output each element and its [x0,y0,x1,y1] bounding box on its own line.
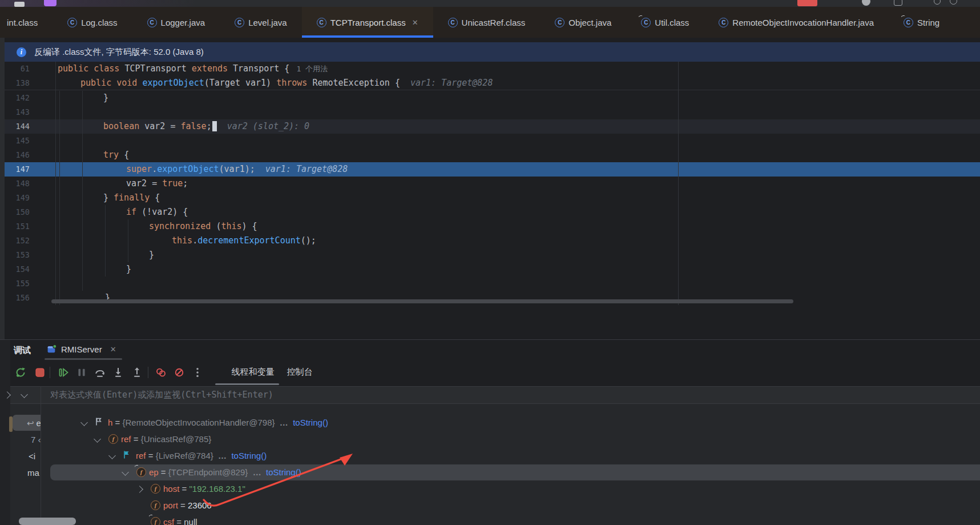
tab-label: Object.java [568,18,611,27]
code-line-144[interactable]: 144boolean var2 = false;var2 (slot_2): 0 [0,119,980,134]
code-line-153[interactable]: 153} [0,248,980,262]
variable-row-csf[interactable]: fcsf = null [0,515,980,525]
variable-row-port[interactable]: fport = 23606 [0,498,980,513]
sticky-lines-separator [5,90,980,90]
tree-collapse-chevron[interactable] [108,452,116,459]
active-tab-underline [302,35,433,38]
code-line-151[interactable]: 151synchronized (this) { [0,219,980,234]
more-options-button[interactable] [191,366,204,379]
code-line-147[interactable]: 147super.exportObject(var1);var1: Target… [0,162,980,177]
code-line-142[interactable]: 142} [0,91,980,105]
tostring-link[interactable]: toString() [266,467,301,477]
tab-Object.java[interactable]: CObject.java [540,7,626,38]
variable-row-ref[interactable]: ref = {LiveRef@784} … toString() [0,448,980,463]
code-line-149[interactable]: 149} finally { [0,191,980,205]
tree-expand-chevron[interactable] [136,486,143,493]
line-number[interactable]: 154 [0,262,30,276]
variable-row-ref[interactable]: fref = {UnicastRef@785} [0,432,980,447]
watch-input[interactable]: 对表达式求值(Enter)或添加监视(Ctrl+Shift+Enter) [50,387,273,403]
text-caret [212,121,217,131]
variable-row-ep[interactable]: fep = {TCPEndpoint@829} … toString() [0,465,980,480]
tab-int.class[interactable]: int.class [0,7,53,38]
rerun-debug-button[interactable] [14,366,27,379]
pause-button[interactable] [75,366,88,379]
tree-collapse-chevron[interactable] [94,435,101,443]
line-number[interactable]: 145 [0,134,30,148]
code-text: super.exportObject(var1);var1: Target@82… [126,162,348,177]
line-number[interactable]: 61 [0,62,30,76]
step-into-button[interactable] [111,366,125,379]
variable-value: {LiveRef@784} [156,451,213,460]
debug-view-tab-console[interactable]: 控制台 [280,360,320,384]
inline-hint: var1: Target@828 [255,164,348,174]
class-icon: C [147,18,157,27]
line-number[interactable]: 142 [0,91,30,105]
variable-row-host[interactable]: fhost = "192.168.23.1" [0,482,980,496]
code-line-154[interactable]: 154} [0,262,980,276]
code-line-155[interactable]: 155 [0,276,980,291]
stop-button[interactable] [33,366,47,379]
code-line-143[interactable]: 143 [0,105,980,119]
tab-label: int.class [7,18,38,27]
step-over-button[interactable] [93,366,107,379]
code-line-148[interactable]: 148var2 = true; [0,177,980,191]
tab-Logger.java[interactable]: CLogger.java [132,7,220,38]
right-margin-guide [678,62,679,305]
variable-row-h[interactable]: h = {RemoteObjectInvocationHandler@798} … [0,415,980,430]
line-number[interactable]: 148 [0,177,30,191]
debug-session-tab[interactable]: RMIServer ✕ [45,340,119,359]
tostring-link[interactable]: toString() [231,451,267,460]
code-line-61[interactable]: 61public class TCPTransport extends Tran… [0,62,980,76]
settings-icon[interactable] [950,0,957,5]
step-out-button[interactable] [130,366,144,379]
frames-scrollbar[interactable] [19,518,76,525]
field-icon: f [136,467,146,477]
project-badge[interactable] [44,0,57,6]
window-menu-icon[interactable] [14,2,25,7]
search-icon[interactable] [934,0,941,5]
debug-view-tab-threads[interactable]: 线程和变量 [220,360,286,384]
tab-Log.class[interactable]: CLog.class [53,7,132,38]
tab-TCPTransport.class[interactable]: CTCPTransport.class✕ [302,7,433,38]
line-number[interactable]: 147 [0,162,30,177]
code-line-150[interactable]: 150if (!var2) { [0,205,980,219]
tab-Level.java[interactable]: CLevel.java [220,7,302,38]
editor-horizontal-scrollbar[interactable] [51,299,793,303]
tab-String[interactable]: CString [889,7,954,38]
line-number[interactable]: 152 [0,234,30,248]
close-icon[interactable]: ✕ [412,18,418,27]
line-number[interactable]: 144 [0,119,30,134]
code-line-152[interactable]: 152this.decrementExportCount(); [0,234,980,248]
line-number[interactable]: 143 [0,105,30,119]
line-number[interactable]: 146 [0,148,30,162]
record-button[interactable] [797,0,817,6]
close-icon[interactable]: ✕ [110,345,116,354]
line-number[interactable]: 149 [0,191,30,205]
field-icon: f [108,434,118,444]
mute-breakpoints-button[interactable] [172,366,186,379]
resume-button[interactable] [57,366,70,379]
code-line-145[interactable]: 145 [0,134,980,148]
line-number[interactable]: 138 [0,76,30,90]
avatar[interactable] [862,0,870,6]
tab-UnicastRef.class[interactable]: CUnicastRef.class [433,7,541,38]
flag-teal-icon [122,450,131,459]
line-number[interactable]: 156 [0,291,30,305]
line-number[interactable]: 153 [0,248,30,262]
field-icon: f [151,484,160,494]
tree-collapse-chevron[interactable] [122,468,129,476]
line-number[interactable]: 150 [0,205,30,219]
tab-label: String [917,18,939,27]
line-number[interactable]: 151 [0,219,30,234]
tab-Util.class[interactable]: CUtil.class [626,7,704,38]
add-user-icon[interactable] [894,0,902,6]
code-line-146[interactable]: 146try { [0,148,980,162]
code-text: var2 = true; [126,177,188,191]
view-breakpoints-button[interactable] [154,366,168,379]
line-number[interactable]: 155 [0,276,30,291]
code-text: boolean var2 = false;var2 (slot_2): 0 [103,119,309,134]
tab-RemoteObjectInvocationHandler.java[interactable]: CRemoteObjectInvocationHandler.java [704,7,889,38]
tostring-link[interactable]: toString() [293,418,328,427]
code-line-138[interactable]: 138public void exportObject(Target var1)… [0,76,980,90]
tree-collapse-chevron[interactable] [80,419,88,426]
